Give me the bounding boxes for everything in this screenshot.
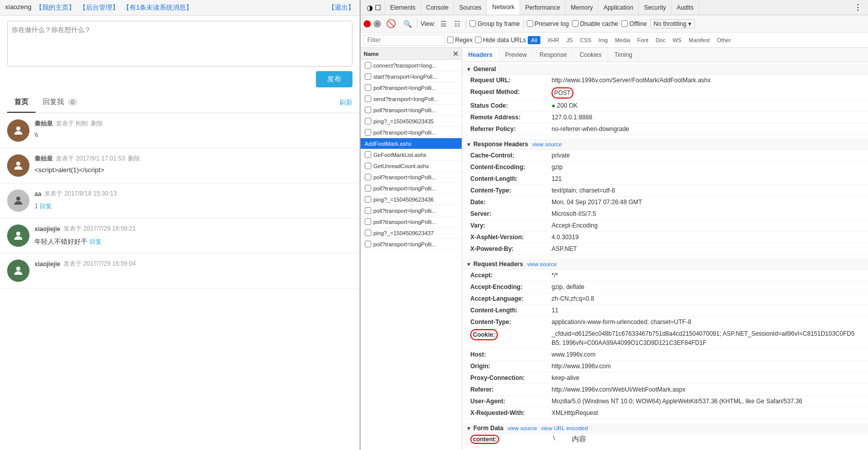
tab-timing[interactable]: Timing [608, 48, 639, 61]
preserve-log-label[interactable]: Preserve log [527, 20, 569, 27]
request-checkbox[interactable] [365, 196, 371, 203]
request-checkbox[interactable] [365, 163, 371, 169]
request-checkbox[interactable] [365, 185, 371, 191]
general-section-header[interactable]: ▼ General [462, 64, 868, 75]
tab-elements[interactable]: Elements [385, 0, 421, 15]
tab-response[interactable]: Response [533, 48, 573, 61]
request-item[interactable]: poll?transport=longPolli... [361, 239, 462, 250]
request-checkbox[interactable] [365, 174, 371, 180]
request-checkbox[interactable] [365, 118, 371, 124]
request-item[interactable]: GetUnreadCount.ashx [361, 160, 462, 172]
request-item[interactable]: poll?transport=longPolli... [361, 127, 462, 138]
filter-manifest[interactable]: Manifest [686, 37, 713, 44]
tab-preview[interactable]: Preview [499, 48, 533, 61]
request-item[interactable]: poll?transport=longPolli... [361, 205, 462, 216]
tab-network[interactable]: Network [487, 0, 520, 15]
form-data-section-header[interactable]: ▼ Form Data view source view URL encoded [462, 423, 868, 434]
delete-button[interactable]: 删除 [128, 154, 140, 163]
stop-button[interactable] [374, 20, 381, 27]
close-detail-button[interactable]: ✕ [453, 50, 459, 58]
tab-cookies[interactable]: Cookies [573, 48, 608, 61]
request-checkbox[interactable] [365, 151, 371, 158]
request-item[interactable]: poll?transport=longPolli... [361, 216, 462, 228]
request-item[interactable]: poll?transport=longPolli... [361, 82, 462, 93]
filter-other[interactable]: Other [714, 37, 734, 44]
tab-headers[interactable]: Headers [462, 48, 499, 61]
clear-button[interactable]: 🚫 [384, 18, 398, 29]
request-checkbox[interactable] [365, 73, 371, 80]
tab-home[interactable]: 首页 [7, 92, 36, 113]
device-icon[interactable]: ☐ [375, 4, 381, 12]
request-item[interactable]: poll?transport=longPolli... [361, 183, 462, 194]
request-checkbox[interactable] [365, 84, 371, 91]
hide-data-urls-checkbox[interactable] [475, 37, 481, 43]
request-checkbox[interactable] [365, 230, 371, 236]
request-item[interactable]: poll?transport=longPolli... [361, 105, 462, 116]
request-checkbox[interactable] [365, 241, 371, 247]
request-headers-section-header[interactable]: ▼ Request Headers view source [462, 259, 868, 270]
inspect-icon[interactable]: ◑ [367, 4, 373, 12]
tab-console[interactable]: Console [421, 0, 454, 15]
compose-textarea[interactable] [7, 21, 352, 67]
filter-ws[interactable]: WS [669, 37, 685, 44]
preserve-log-checkbox[interactable] [527, 20, 533, 27]
grid-view-button[interactable]: ☷ [452, 19, 463, 29]
group-by-frame-label[interactable]: Group by frame [469, 20, 520, 27]
group-by-frame-checkbox[interactable] [469, 20, 476, 27]
filter-doc[interactable]: Doc [653, 37, 669, 44]
tab-sources[interactable]: Sources [454, 0, 487, 15]
filter-all-tag[interactable]: All [528, 36, 540, 44]
record-button[interactable] [364, 20, 371, 27]
filter-input[interactable] [364, 35, 445, 46]
filter-css[interactable]: CSS [577, 37, 595, 44]
hide-data-urls-label[interactable]: Hide data URLs [475, 37, 526, 44]
tab-audits[interactable]: Audits [671, 0, 699, 15]
delete-button[interactable]: 删除 [91, 119, 103, 128]
message-link[interactable]: 【有1条未读系统消息】 [123, 3, 192, 12]
request-checkbox[interactable] [365, 129, 371, 136]
request-item[interactable]: poll?transport=longPolli... [361, 172, 462, 183]
filter-img[interactable]: Img [595, 37, 610, 44]
request-checkbox[interactable] [365, 95, 371, 102]
filter-js[interactable]: JS [563, 37, 576, 44]
regex-checkbox[interactable] [447, 37, 454, 43]
request-checkbox[interactable] [365, 107, 371, 113]
devtools-more-icon[interactable]: ⋮ [851, 3, 865, 12]
filter-media[interactable]: Media [612, 37, 633, 44]
tab-replies[interactable]: 回复我 0 [36, 92, 84, 113]
offline-label[interactable]: Offline [621, 20, 647, 27]
filter-xhr[interactable]: XHR [544, 37, 562, 44]
tab-memory[interactable]: Memory [566, 0, 598, 15]
regex-label[interactable]: Regex [447, 37, 473, 44]
throttling-selector[interactable]: No throttling ▾ [650, 19, 695, 28]
request-item[interactable]: connect?transport=long... [361, 60, 462, 71]
request-checkbox[interactable] [365, 218, 371, 225]
publish-button[interactable]: 发布 [316, 71, 352, 87]
request-item[interactable]: ping?_=1504509623435 [361, 116, 462, 127]
tab-application[interactable]: Application [598, 0, 639, 15]
tab-security[interactable]: Security [639, 0, 671, 15]
reply-link[interactable]: 回复 [89, 237, 102, 246]
request-checkbox[interactable] [365, 207, 371, 214]
list-view-button[interactable]: ☰ [438, 19, 449, 29]
reply-link[interactable]: 回复 [40, 202, 52, 211]
refresh-button[interactable]: 刷新 [339, 98, 352, 107]
form-view-url-encoded-link[interactable]: view URL encoded [541, 425, 588, 431]
admin-link[interactable]: 【后台管理】 [79, 3, 119, 12]
request-item[interactable]: ping?_=1504509623436 [361, 194, 462, 205]
filter-button[interactable]: 🔍 [401, 19, 414, 29]
form-view-source-link[interactable]: view source [507, 425, 537, 431]
tab-performance[interactable]: Performance [520, 0, 566, 15]
logout-link[interactable]: 【退出】 [328, 3, 355, 12]
disable-cache-checkbox[interactable] [572, 20, 578, 27]
request-item[interactable]: start?transport=longPoll... [361, 71, 462, 82]
filter-font[interactable]: Font [634, 37, 652, 44]
response-headers-section-header[interactable]: ▼ Response Headers view source [462, 139, 868, 150]
request-item[interactable]: GeFootMarkList.ashx [361, 149, 462, 160]
view-source-link[interactable]: view source [527, 261, 557, 267]
disable-cache-label[interactable]: Disable cache [572, 20, 618, 27]
request-checkbox[interactable] [365, 62, 371, 69]
view-source-link[interactable]: view source [532, 141, 562, 147]
my-home-link[interactable]: 【我的主页】 [36, 3, 75, 12]
request-item[interactable]: send?transport=longPoll... [361, 93, 462, 105]
